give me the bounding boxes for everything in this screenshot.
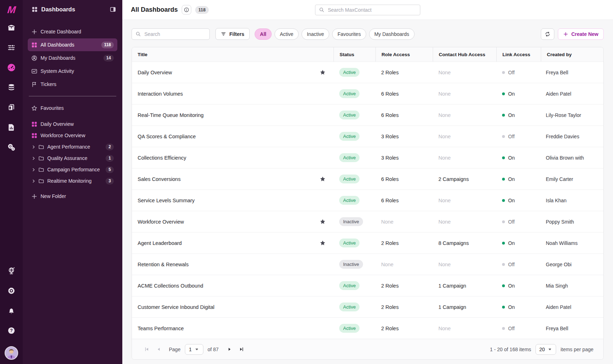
sliders-icon[interactable] <box>7 43 16 52</box>
table-row-collections-efficiency[interactable]: Collections EfficiencyActive3 RolesNoneO… <box>132 147 603 168</box>
previous-page-button[interactable] <box>154 345 163 354</box>
sidebar-item-realtime-monitoring[interactable]: Realtime Monitoring3 <box>28 175 117 187</box>
sidebar-item-create-dashboard[interactable]: Create Dashboard <box>28 25 117 38</box>
user-circle-icon <box>31 55 37 61</box>
last-page-button[interactable] <box>237 345 246 354</box>
link-access-dot-icon <box>502 114 505 117</box>
created-by-value: Isla Khan <box>541 198 603 203</box>
sidebar-item-all-dashboards[interactable]: All Dashboards118 <box>28 38 117 51</box>
link-access-dot-icon <box>502 220 505 223</box>
link-access-label: On <box>508 198 515 203</box>
filter-pill-my-dashboards[interactable]: My Dashboards <box>369 28 415 40</box>
status-badge: Active <box>339 111 359 119</box>
sidebar-item-tickers[interactable]: Tickers <box>28 78 117 91</box>
report-file-icon[interactable] <box>7 123 16 132</box>
global-search <box>315 5 420 15</box>
table-row-real-time-queue-monitoring[interactable]: Real-Time Queue MonitoringActive6 RolesN… <box>132 104 603 125</box>
sidebar-item-campaign-performance[interactable]: Campaign Performance5 <box>28 164 117 175</box>
page-number-select[interactable]: 1 <box>185 344 203 355</box>
dashboard-title: Workforce Overview <box>138 219 184 225</box>
table-row-service-levels-summary[interactable]: Service Levels SummaryActive6 RolesNoneO… <box>132 189 603 211</box>
table-row-acme-collections-outbound[interactable]: ACME Collections OutboundActive2 Roles1 … <box>132 275 603 296</box>
link-access-label: On <box>508 240 515 246</box>
sidebar-item-new-folder[interactable]: New Folder <box>28 190 117 203</box>
table-row-workforce-overview[interactable]: Workforce OverviewInactiveNoneNoneOffPop… <box>132 211 603 232</box>
sidebar-item-favourites[interactable]: Favourites <box>28 102 117 114</box>
table-row-qa-scores-compliance[interactable]: QA Scores & ComplianceActive3 RolesNoneO… <box>132 125 603 147</box>
sidebar-item-agent-performance[interactable]: Agent Performance2 <box>28 141 117 152</box>
table-row-sales-conversions[interactable]: Sales ConversionsActive6 Roles2 Campaign… <box>132 168 603 189</box>
favourite-star-icon[interactable] <box>320 69 326 75</box>
user-avatar[interactable] <box>5 346 18 360</box>
page-number-value: 1 <box>189 347 192 352</box>
global-search-input[interactable] <box>327 7 416 13</box>
favourite-star-icon[interactable] <box>320 219 326 225</box>
table-row-customer-service-inbound-digital[interactable]: Customer Service Inbound DigitalActive2 … <box>132 296 603 317</box>
table-row-retention-renewals[interactable]: Retention & RenewalsInactiveNoneNoneOffG… <box>132 253 603 275</box>
link-access-label: Off <box>508 262 515 267</box>
created-by-value: Lily-Rose Taylor <box>541 112 603 118</box>
star-icon <box>31 105 37 111</box>
contact-hub-access-value: None <box>433 134 496 139</box>
sidebar-item-workforce-overview[interactable]: Workforce Overview <box>28 130 117 141</box>
next-page-button[interactable] <box>225 345 234 354</box>
sidebar-item-label: Daily Overview <box>41 121 74 127</box>
collapse-sidebar-icon[interactable] <box>110 6 116 12</box>
link-access-dot-icon <box>502 284 505 287</box>
favourite-star-icon[interactable] <box>320 240 326 246</box>
status-badge: Active <box>339 153 359 162</box>
table-row-agent-leaderboard[interactable]: Agent LeaderboardActive2 Roles8 Campaign… <box>132 232 603 253</box>
status-badge: Inactive <box>339 260 363 269</box>
table-row-daily-overview[interactable]: Daily OverviewActive2 RolesNoneOffFreya … <box>132 61 603 83</box>
link-access-label: Off <box>508 70 515 75</box>
filter-pill-all[interactable]: All <box>255 28 272 40</box>
table-search-input[interactable] <box>144 31 206 37</box>
pagination-bar: Page 1 of 87 1 - 20 of 168 items 20 item… <box>132 339 603 359</box>
sidebar-item-badge: 3 <box>106 178 114 184</box>
filters-button[interactable]: Filters <box>215 28 250 40</box>
created-by-value: Aiden Patel <box>541 91 603 97</box>
chevron-right-icon[interactable] <box>31 156 36 161</box>
chevron-right-icon[interactable] <box>31 145 36 149</box>
table-body: Daily OverviewActive2 RolesNoneOffFreya … <box>132 61 603 339</box>
sidebar-item-system-activity[interactable]: System Activity <box>28 65 117 77</box>
create-new-button[interactable]: Create New <box>558 28 604 40</box>
first-page-button[interactable] <box>142 345 151 354</box>
sidebar-item-label: New Folder <box>41 193 66 199</box>
sidebar-item-quality-assurance[interactable]: Quality Assurance1 <box>28 152 117 164</box>
data-stack-icon[interactable] <box>7 83 16 92</box>
link-access-label: Off <box>508 326 515 331</box>
info-button[interactable] <box>182 5 191 15</box>
chevron-right-icon[interactable] <box>31 167 36 172</box>
dashboard-title: Sales Conversions <box>138 176 181 182</box>
role-access-value: 2 Roles <box>375 304 433 310</box>
globe-icon[interactable] <box>7 267 16 275</box>
page-size-select[interactable]: 20 <box>535 344 556 355</box>
svg-text:?: ? <box>10 328 13 333</box>
sidebar-item-daily-overview[interactable]: Daily Overview <box>28 118 117 130</box>
refresh-button[interactable] <box>541 28 554 40</box>
status-badge: Active <box>339 303 359 311</box>
settings-gear-icon[interactable] <box>7 287 16 295</box>
role-access-value: 6 Roles <box>375 91 433 97</box>
table-row-teams-performance[interactable]: Teams PerformanceActive2 RolesNoneOffFre… <box>132 317 603 339</box>
filter-pill-favourites[interactable]: Favourites <box>332 28 366 40</box>
table-row-interaction-volumes[interactable]: Interaction VolumesActive6 RolesNoneOnAi… <box>132 83 603 104</box>
notifications-bell-icon[interactable] <box>7 306 16 315</box>
filter-pill-inactive[interactable]: Inactive <box>302 28 329 40</box>
brand-logo[interactable]: M <box>7 5 16 15</box>
favourite-star-icon[interactable] <box>320 176 326 182</box>
filter-pill-active[interactable]: Active <box>274 28 299 40</box>
chevron-right-icon[interactable] <box>31 179 36 183</box>
help-icon[interactable]: ? <box>7 326 16 335</box>
sidebar-item-label: Tickers <box>41 81 57 87</box>
role-access-value: 6 Roles <box>375 198 433 203</box>
status-badge: Active <box>339 196 359 205</box>
automation-gears-icon[interactable] <box>7 143 16 151</box>
quality-docs-icon[interactable] <box>7 103 16 112</box>
gauge-dashboards-icon[interactable] <box>7 63 16 72</box>
sidebar-item-my-dashboards[interactable]: My Dashboards14 <box>28 52 117 64</box>
toolbox-icon[interactable] <box>7 23 16 32</box>
link-access-value: On <box>496 240 541 246</box>
link-access-value: Off <box>496 326 541 331</box>
